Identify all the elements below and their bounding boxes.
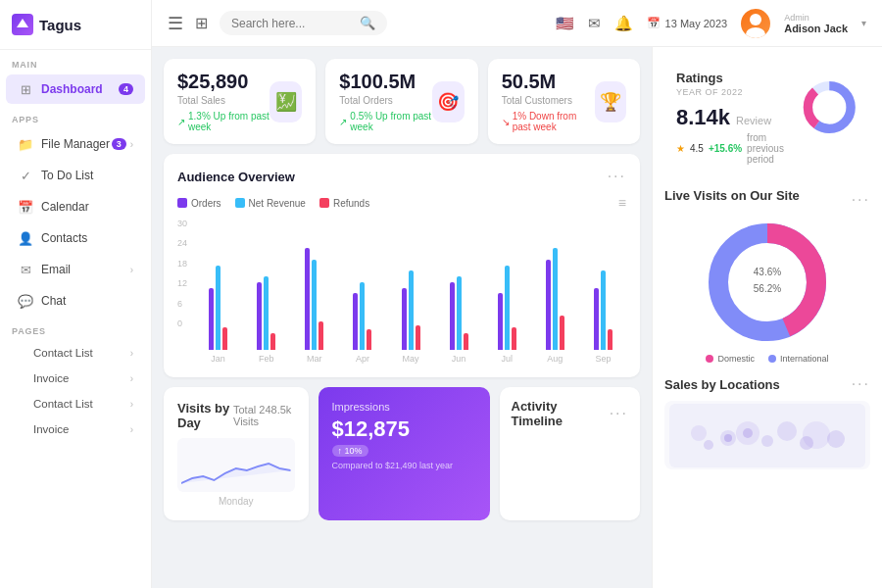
refunds-bar xyxy=(464,333,468,350)
x-label-sep: Sep xyxy=(595,354,611,364)
bell-icon[interactable]: 🔔 xyxy=(614,15,633,32)
svg-point-19 xyxy=(827,430,845,448)
x-label-feb: Feb xyxy=(259,354,274,364)
sidebar-item-chat[interactable]: 💬 Chat xyxy=(6,286,145,316)
logo-text: Tagus xyxy=(39,17,81,33)
month-col-jun: Jun xyxy=(436,237,482,364)
sidebar-item-contact-list-2[interactable]: Contact List › xyxy=(6,392,145,416)
impressions-card: Impressions $12,875 ↑ 10% Compared to $2… xyxy=(318,387,490,520)
bottom-row: Visits by Day Total 248.5k Visits Monday xyxy=(164,387,640,520)
month-col-feb: Feb xyxy=(243,237,289,364)
revenue-bar xyxy=(216,266,220,350)
orders-bar xyxy=(353,293,358,350)
visits-day-label: Monday xyxy=(177,496,295,507)
stat-card-total-sales: $25,890 Total Sales ↗ 1.3% Up from past … xyxy=(164,59,316,144)
menu-icon[interactable]: ☰ xyxy=(168,13,183,34)
y-label-24: 24 xyxy=(177,238,187,248)
calendar-icon-topbar: 📅 xyxy=(647,17,661,29)
x-label-jul: Jul xyxy=(501,354,513,364)
user-chevron-icon[interactable]: ▾ xyxy=(861,18,866,28)
sales-locations-title: Sales by Locations xyxy=(664,377,780,392)
user-role: Admin xyxy=(784,13,848,23)
search-box[interactable]: 🔍 xyxy=(220,11,387,35)
topbar-user: Admin Adison Jack xyxy=(784,13,848,34)
sidebar-item-file-manager[interactable]: 📁 File Manager 3 › xyxy=(6,129,145,159)
mail-icon[interactable]: ✉ xyxy=(588,15,601,32)
audience-more-icon[interactable]: ··· xyxy=(608,168,626,185)
dashboard-icon: ⊞ xyxy=(18,81,33,97)
domestic-dot xyxy=(706,355,713,363)
month-col-jan: Jan xyxy=(195,237,241,364)
impressions-trend-badge: ↑ 10% xyxy=(332,445,368,457)
month-col-may: May xyxy=(387,237,433,364)
sidebar-item-contact-list-1[interactable]: Contact List › xyxy=(6,341,145,365)
legend-domestic: Domestic xyxy=(706,354,755,364)
revenue-bar xyxy=(312,260,317,350)
total-orders-trend: ↗ 0.5% Up from past week xyxy=(339,111,431,132)
topbar: ☰ ⊞ 🔍 🇺🇸 ✉ 🔔 📅 13 May 2023 Admin Adison … xyxy=(152,0,882,47)
y-label-30: 30 xyxy=(177,219,187,228)
file-manager-badge: 3 xyxy=(112,138,126,150)
total-sales-icon: 💹 xyxy=(275,91,297,113)
grid-icon[interactable]: ⊞ xyxy=(195,14,208,32)
audience-title: Audience Overview xyxy=(177,170,295,184)
revenue-bar xyxy=(553,248,558,350)
sidebar-item-invoice-2[interactable]: Invoice › xyxy=(6,417,145,441)
month-col-mar: Mar xyxy=(291,237,337,364)
sidebar-label-contacts: Contacts xyxy=(41,231,87,245)
visits-total: Total 248.5k Visits xyxy=(233,404,295,427)
invoice-1-arrow: › xyxy=(130,373,133,384)
y-label-0: 0 xyxy=(177,318,187,328)
revenue-bar xyxy=(264,276,269,350)
email-arrow: › xyxy=(130,265,133,275)
avatar xyxy=(741,9,770,38)
sidebar-item-todo[interactable]: ✓ To Do List xyxy=(6,161,145,190)
month-col-aug: Aug xyxy=(532,237,578,364)
map-svg xyxy=(669,404,865,467)
legend-revenue: Net Revenue xyxy=(235,198,306,209)
x-label-jun: Jun xyxy=(452,354,466,364)
file-manager-icon: 📁 xyxy=(18,136,33,152)
activity-more-icon[interactable]: ··· xyxy=(610,405,628,422)
sidebar-item-email[interactable]: ✉ Email › xyxy=(6,255,145,284)
revenue-bar xyxy=(409,270,414,350)
impressions-value: $12,875 xyxy=(332,416,476,442)
visits-title: Visits by Day xyxy=(177,401,233,430)
activity-title: Activity Timeline xyxy=(512,399,610,428)
impressions-compare: Compared to $21,490 last year xyxy=(332,461,476,470)
refunds-bar xyxy=(270,333,275,350)
sidebar-item-calendar[interactable]: 📅 Calendar xyxy=(6,192,145,221)
sales-locations-more-icon[interactable]: ··· xyxy=(852,375,870,393)
sidebar-item-dashboard[interactable]: ⊞ Dashboard 4 xyxy=(6,74,145,104)
orders-bar xyxy=(257,282,262,350)
sidebar-item-invoice-1[interactable]: Invoice › xyxy=(6,367,145,390)
live-visits-more-icon[interactable]: ··· xyxy=(852,191,870,209)
ratings-card: Ratings YEAR OF 2022 8.14k Review ★ 4.5 … xyxy=(664,59,870,176)
svg-point-2 xyxy=(746,27,765,38)
activity-timeline-card: Activity Timeline ··· xyxy=(500,387,641,520)
revenue-bar xyxy=(360,282,365,350)
sidebar-label-calendar: Calendar xyxy=(41,200,89,214)
sidebar-label-chat: Chat xyxy=(41,294,66,308)
email-icon: ✉ xyxy=(18,262,33,277)
sidebar-item-contacts[interactable]: 👤 Contacts xyxy=(6,223,145,253)
svg-point-12 xyxy=(724,434,732,442)
legend-international: International xyxy=(768,354,829,364)
content-main: $25,890 Total Sales ↗ 1.3% Up from past … xyxy=(152,47,652,588)
sidebar: Tagus MAIN ⊞ Dashboard 4 APPS 📁 File Man… xyxy=(0,0,152,588)
chart-list-icon[interactable]: ≡ xyxy=(618,195,626,211)
ratings-num: 8.14k xyxy=(676,105,730,130)
search-input[interactable] xyxy=(231,17,354,30)
total-sales-trend: ↗ 1.3% Up from past week xyxy=(177,111,270,132)
apps-section-label: APPS xyxy=(0,105,151,128)
donut-container: 43.6% 56.2% xyxy=(664,219,870,346)
total-orders-value: $100.5M xyxy=(339,71,431,93)
total-orders-icon: 🎯 xyxy=(437,91,459,113)
svg-text:56.2%: 56.2% xyxy=(754,283,781,294)
revenue-bar xyxy=(601,270,606,350)
bar-chart: JanFebMarAprMayJunJulAugSep xyxy=(195,219,626,364)
flag-icon[interactable]: 🇺🇸 xyxy=(556,15,574,32)
legend-dot-orders xyxy=(177,198,187,208)
sidebar-label-todo: To Do List xyxy=(41,169,93,182)
refunds-bar xyxy=(608,329,612,350)
